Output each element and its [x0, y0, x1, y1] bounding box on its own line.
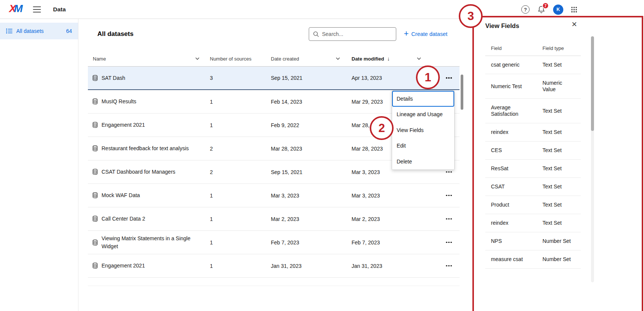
column-header-created[interactable]: Date created — [271, 56, 352, 62]
search-box[interactable] — [309, 27, 396, 41]
column-label-created: Date created — [271, 56, 299, 62]
dataset-name-cell: SAT Dash — [88, 74, 210, 82]
field-type: Text Set — [542, 183, 562, 190]
column-header-field-type: Field type — [542, 45, 581, 51]
context-menu-item-label: Edit — [397, 143, 406, 149]
dataset-icon — [92, 145, 98, 151]
dataset-name: CSAT Dashboard for Managers — [102, 168, 175, 176]
chevron-down-icon[interactable] — [336, 57, 340, 60]
dataset-name: Engagement 2021 — [102, 121, 145, 129]
dataset-date-created: Sep 15, 2021 — [271, 75, 352, 81]
close-icon[interactable]: × — [572, 20, 577, 29]
dataset-name-cell: Mock WAF Data — [88, 191, 210, 199]
plus-icon: + — [404, 30, 409, 38]
table-row[interactable]: SAT Dash 3 Sep 15, 2021 Apr 13, 2023 — [88, 67, 460, 90]
dataset-icon — [92, 169, 98, 175]
field-row: measure csat Number Set — [485, 250, 581, 269]
panel-scrollbar-thumb[interactable] — [591, 36, 594, 131]
field-type-cell: Numeric Value — [542, 80, 581, 93]
field-name: measure csat — [491, 256, 523, 263]
dataset-sources: 2 — [210, 146, 271, 152]
row-actions-ellipsis-button[interactable] — [443, 213, 455, 225]
field-type-cell: Number Set — [542, 238, 581, 244]
table-row[interactable]: Mock WAF Data 1 Mar 3, 2023 Mar 3, 2023 — [88, 184, 460, 207]
context-menu-item[interactable]: Details — [392, 91, 454, 107]
field-name-cell: csat generic — [485, 62, 542, 68]
field-row: Average Satisfaction Text Set — [485, 99, 581, 123]
sort-desc-icon: ↓ — [387, 56, 390, 62]
field-type: Text Set — [542, 202, 562, 208]
dataset-icon — [92, 98, 98, 104]
field-name: reindex — [491, 220, 508, 226]
fields-table: Field Field type csat generic Text Set N… — [485, 45, 581, 269]
field-name-cell: CES — [485, 147, 542, 154]
dataset-name-cell: Engagement 2021 — [88, 121, 210, 129]
column-label-sources: Number of sources — [210, 56, 252, 62]
context-menu-item[interactable]: Delete — [392, 154, 454, 169]
dataset-sources: 3 — [210, 75, 271, 81]
field-type: Text Set — [542, 62, 562, 68]
table-row[interactable]: Call Center Data 2 1 Mar 2, 2023 Mar 2, … — [88, 207, 460, 231]
context-menu-item[interactable]: View Fields — [392, 122, 454, 138]
dataset-date-created: Feb 7, 2023 — [271, 239, 352, 246]
sidebar-item-all-datasets[interactable]: All datasets 64 — [0, 23, 78, 39]
field-row: NPS Number Set — [485, 232, 581, 250]
field-name: csat generic — [491, 62, 519, 68]
field-row: csat generic Text Set — [485, 56, 581, 74]
dataset-date-modified: Mar 3, 2023 — [352, 193, 442, 199]
notifications-button[interactable]: 7 — [537, 5, 546, 14]
table-row[interactable]: Engagement 2021 1 Jan 31, 2023 Jan 31, 2… — [88, 254, 460, 278]
field-name: NPS — [491, 238, 502, 244]
panel-title: View Fields — [485, 22, 519, 30]
field-name-cell: NPS — [485, 238, 542, 244]
field-type: Text Set — [542, 165, 562, 172]
context-menu-item-label: Details — [397, 96, 413, 102]
table-row[interactable]: Viewing Matrix Statements in a Single Wi… — [88, 231, 460, 254]
table-header-row: Name Number of sources Date created Date… — [88, 51, 460, 67]
row-actions-ellipsis-button[interactable] — [443, 237, 455, 248]
column-label-name: Name — [93, 56, 106, 62]
apps-grid-icon[interactable] — [571, 6, 577, 13]
field-type-cell: Text Set — [542, 220, 581, 226]
search-input[interactable] — [322, 31, 392, 37]
field-name: reindex — [491, 129, 508, 135]
dataset-date-created: Mar 2, 2023 — [271, 216, 352, 222]
context-menu-item[interactable]: Edit — [392, 138, 454, 154]
table-scrollbar-thumb[interactable] — [461, 75, 463, 110]
field-row: CSAT Text Set — [485, 178, 581, 196]
field-type-cell: Text Set — [542, 165, 581, 172]
dataset-icon — [92, 216, 98, 222]
help-icon[interactable]: ? — [521, 5, 530, 14]
dataset-date-created: Sep 15, 2021 — [271, 169, 352, 175]
avatar[interactable]: K — [553, 5, 563, 15]
field-type-cell: Text Set — [542, 147, 581, 154]
field-name: Average Satisfaction — [491, 104, 537, 117]
field-row: reindex Text Set — [485, 214, 581, 232]
dataset-name-cell: Engagement 2021 — [88, 262, 210, 269]
dataset-sources: 1 — [210, 263, 271, 269]
row-actions-ellipsis-button[interactable] — [443, 72, 455, 84]
context-menu-item[interactable]: Lineage and Usage — [392, 107, 454, 123]
chevron-down-icon[interactable] — [195, 57, 200, 60]
dataset-name: Engagement 2021 — [102, 262, 145, 269]
chevron-down-icon[interactable] — [417, 57, 421, 60]
column-header-modified[interactable]: Date modified ↓ — [352, 56, 442, 62]
hamburger-menu-icon[interactable] — [33, 6, 41, 12]
dataset-name: Mock WAF Data — [102, 191, 140, 199]
create-dataset-button[interactable]: + Create dataset — [404, 27, 447, 41]
dataset-date-modified: Feb 7, 2023 — [352, 239, 442, 246]
field-name-cell: reindex — [485, 129, 542, 135]
field-type: Number Set — [542, 238, 571, 244]
dataset-name: SAT Dash — [102, 74, 125, 82]
field-type-cell: Text Set — [542, 62, 581, 68]
field-name-cell: ResSat — [485, 165, 542, 172]
dataset-date-created: Jan 31, 2023 — [271, 263, 352, 269]
dataset-icon — [92, 263, 98, 269]
row-actions-ellipsis-button[interactable] — [443, 260, 455, 272]
field-name-cell: measure csat — [485, 256, 542, 263]
column-header-name[interactable]: Name — [88, 56, 210, 62]
field-row: Numeric Test Numeric Value — [485, 74, 581, 99]
dataset-name-cell: MusIQ Results — [88, 98, 210, 105]
row-actions-ellipsis-button[interactable] — [443, 190, 455, 201]
field-type-cell: Text Set — [542, 183, 581, 190]
